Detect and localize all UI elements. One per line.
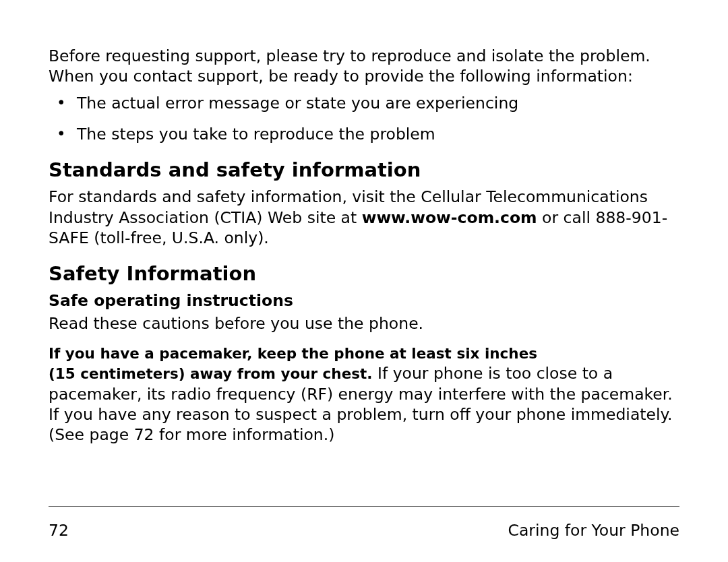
standards-url: www.wow-com.com xyxy=(362,208,537,227)
safety-lead-paragraph: Read these cautions before you use the p… xyxy=(49,313,679,334)
pacemaker-bold-line1: If you have a pacemaker, keep the phone … xyxy=(49,345,537,362)
safety-heading: Safety Information xyxy=(49,261,679,286)
pacemaker-bold-line2: (15 centimeters) away from your chest. xyxy=(49,365,377,382)
footer-section-title: Caring for Your Phone xyxy=(508,520,680,540)
standards-heading: Standards and safety information xyxy=(49,158,679,183)
pacemaker-paragraph: If you have a pacemaker, keep the phone … xyxy=(49,343,679,445)
list-item: The steps you take to reproduce the prob… xyxy=(49,124,679,144)
page-footer: 72 Caring for Your Phone xyxy=(49,520,679,540)
standards-paragraph: For standards and safety information, vi… xyxy=(49,187,679,247)
intro-paragraph: Before requesting support, please try to… xyxy=(49,46,679,86)
list-item: The actual error message or state you ar… xyxy=(49,93,679,113)
document-page: Before requesting support, please try to… xyxy=(0,0,728,562)
footer-divider xyxy=(49,506,679,507)
safe-operating-subhead: Safe operating instructions xyxy=(49,290,679,311)
support-info-list: The actual error message or state you ar… xyxy=(49,93,679,144)
page-number: 72 xyxy=(49,520,69,540)
